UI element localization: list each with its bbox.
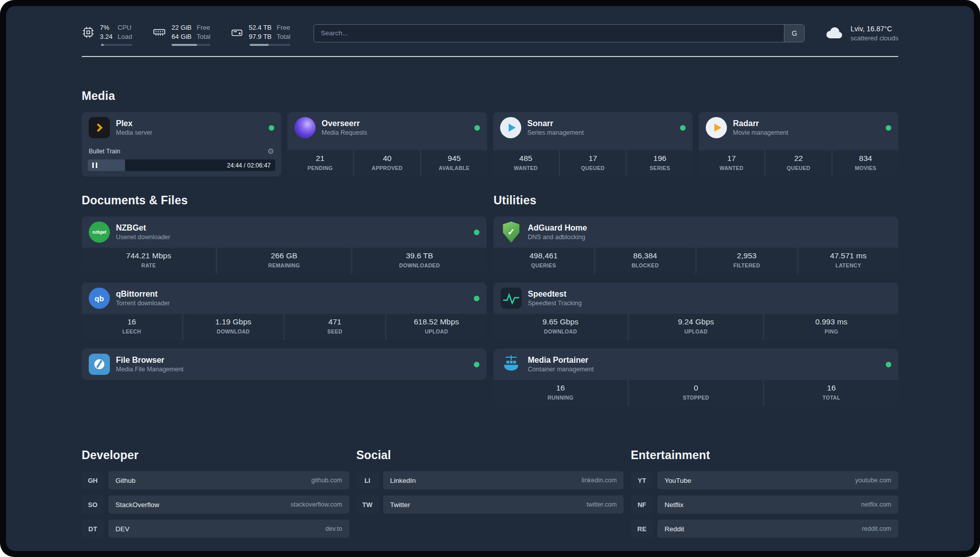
stat-label: AVAILABLE — [439, 165, 469, 171]
weather-condition: scattered clouds — [850, 34, 898, 43]
status-indicator — [886, 125, 891, 131]
stat-label: RATE — [141, 262, 156, 268]
stat: 834MOVIES — [833, 150, 898, 177]
stat: 9.24 GbpsUPLOAD — [629, 314, 763, 340]
pause-icon[interactable] — [92, 162, 97, 168]
search-input[interactable] — [314, 25, 784, 42]
service-description: Series management — [527, 129, 584, 137]
memory-label2: Total — [197, 32, 210, 41]
service-description: Media File Management — [116, 365, 183, 373]
disk-label2: Total — [277, 32, 290, 41]
stat: 17WANTED — [699, 150, 764, 177]
adguard-shield-icon: ✓ — [501, 221, 522, 243]
stat: 2,953FILTERED — [697, 248, 797, 274]
status-indicator — [680, 125, 686, 131]
bookmark-reddit[interactable]: RE Reddit reddit.com — [631, 520, 898, 538]
bookmark-domain: twitter.com — [587, 501, 617, 508]
service-stats: 485WANTED 17QUEUED 196SERIES — [493, 150, 693, 177]
weather-widget[interactable]: Lviv, 16.87°C scattered clouds — [823, 24, 898, 44]
bookmark-link[interactable]: Github github.com — [108, 471, 349, 489]
stat: 744.21 MbpsRATE — [82, 248, 216, 274]
sonarr-icon — [500, 117, 521, 138]
bookmark-stackoverflow[interactable]: SO StackOverflow stackoverflow.com — [82, 495, 349, 514]
bookmark-link[interactable]: Netflix netflix.com — [657, 495, 898, 514]
radarr-icon — [706, 117, 727, 138]
service-link-qbittorrent[interactable]: qb qBittorrent Torrent downloader — [82, 283, 486, 314]
service-name: qBittorrent — [116, 289, 170, 300]
gear-icon[interactable]: ⚙ — [268, 147, 274, 156]
qbittorrent-icon: qb — [89, 288, 110, 309]
stat: 21PENDING — [287, 150, 353, 177]
cpu-usage-fill — [101, 44, 104, 46]
status-indicator — [474, 362, 479, 367]
bookmark-twitter[interactable]: TW Twitter twitter.com — [356, 495, 624, 514]
service-link-filebrowser[interactable]: File Browser Media File Management — [82, 349, 486, 380]
stat-label: SERIES — [650, 165, 670, 171]
service-card-overseerr: Overseerr Media Requests 21PENDING 40APP… — [287, 112, 487, 177]
search-bar: G — [314, 24, 805, 42]
stat: 196SERIES — [627, 150, 693, 177]
stat-value: 0 — [694, 383, 698, 392]
bookmark-linkedin[interactable]: LI LinkedIn linkedin.com — [356, 471, 624, 489]
bookmark-link[interactable]: LinkedIn linkedin.com — [383, 471, 624, 489]
bookmark-link[interactable]: Reddit reddit.com — [657, 520, 898, 538]
bookmark-github[interactable]: GH Github github.com — [82, 471, 349, 489]
service-link-overseerr[interactable]: Overseerr Media Requests — [287, 112, 487, 143]
bookmark-youtube[interactable]: YT YouTube youtube.com — [631, 471, 898, 489]
bookmark-dev[interactable]: DT DEV dev.to — [82, 520, 349, 538]
stat: 485WANTED — [493, 150, 559, 177]
service-link-adguard[interactable]: ✓ AdGuard Home DNS and adblocking — [494, 216, 898, 248]
service-link-plex[interactable]: Plex Media server — [82, 112, 281, 143]
bookmark-netflix[interactable]: NF Netflix netflix.com — [631, 495, 898, 514]
stat-label: FILTERED — [733, 262, 760, 268]
stat: 945AVAILABLE — [421, 150, 487, 177]
section-title-social: Social — [356, 449, 624, 462]
plex-icon — [89, 117, 110, 138]
service-link-speedtest[interactable]: Speedtest Speedtest Tracking — [494, 283, 898, 314]
cloud-icon — [823, 25, 845, 42]
service-card-plex: Plex Media server Bullet Train ⚙ 24:44 /… — [82, 112, 281, 177]
disk-total: 97.9 TB — [249, 32, 271, 41]
section-title-media: Media — [82, 89, 898, 103]
disk-icon — [230, 26, 243, 39]
bookmark-name: Github — [115, 477, 136, 484]
service-description: Container management — [528, 365, 594, 373]
bookmark-abbr: DT — [82, 520, 104, 538]
bookmark-domain: stackoverflow.com — [291, 501, 342, 508]
service-card-filebrowser: File Browser Media File Management — [82, 349, 486, 380]
bookmark-abbr: LI — [356, 471, 379, 489]
playback-progress-bar[interactable]: 24:44 / 02:06:47 — [88, 159, 275, 171]
bookmark-link[interactable]: DEV dev.to — [108, 520, 349, 538]
stat-label: UPLOAD — [425, 328, 448, 335]
bookmark-domain: github.com — [312, 477, 342, 484]
service-link-nzbget[interactable]: nzbget NZBGet Usenet downloader — [82, 216, 486, 248]
cpu-load: 3.24 — [100, 32, 112, 41]
stat-label: APPROVED — [372, 165, 402, 171]
stat-label: WANTED — [719, 165, 743, 171]
service-link-sonarr[interactable]: Sonarr Series management — [493, 112, 693, 143]
service-link-radarr[interactable]: Radarr Movie management — [699, 112, 898, 143]
cpu-label2: Load — [117, 32, 132, 41]
bookmark-link[interactable]: YouTube youtube.com — [657, 471, 898, 489]
bookmark-name: Twitter — [390, 501, 410, 509]
service-description: Media Requests — [322, 129, 367, 137]
bookmark-link[interactable]: Twitter twitter.com — [383, 495, 624, 514]
service-stats: 16LEECH 1.19 GbpsDOWNLOAD 471SEED 618.52… — [82, 314, 486, 340]
bookmark-link[interactable]: StackOverflow stackoverflow.com — [108, 495, 349, 514]
stat-label: STOPPED — [683, 395, 709, 401]
search-provider-button[interactable]: G — [784, 25, 804, 42]
topbar: 7% 3.24 CPU Load 22 GiB 64 GiB Free — [82, 23, 898, 46]
cpu-label: CPU — [117, 23, 132, 32]
stat: 471SEED — [285, 314, 385, 340]
service-stats: 9.65 GbpsDOWNLOAD 9.24 GbpsUPLOAD 0.993 … — [494, 314, 898, 340]
stat-value: 9.65 Gbps — [542, 317, 579, 326]
stat-value: 266 GB — [271, 251, 297, 260]
stat-label: SEED — [327, 328, 342, 335]
stat-value: 498,461 — [529, 251, 558, 260]
service-link-portainer[interactable]: Media Portainer Container management — [494, 349, 898, 380]
stat-value: 9.24 Gbps — [678, 317, 714, 326]
stat-value: 16 — [556, 383, 565, 392]
dashboard: 7% 3.24 CPU Load 22 GiB 64 GiB Free — [6, 6, 974, 551]
bookmark-domain: linkedin.com — [582, 477, 617, 484]
service-name: NZBGet — [116, 223, 170, 234]
